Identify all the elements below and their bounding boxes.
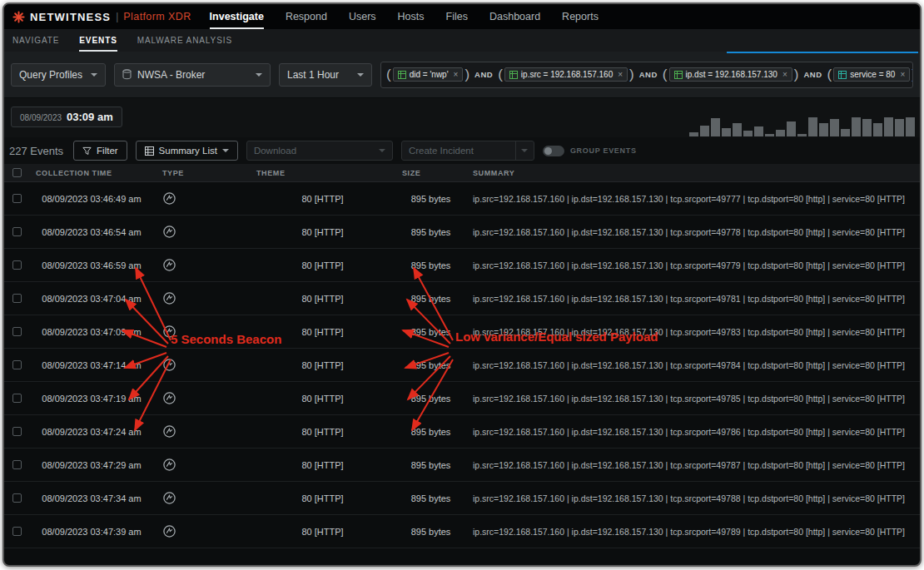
remove-pill-icon[interactable]: × xyxy=(454,70,459,79)
create-incident-chevron[interactable] xyxy=(515,141,534,160)
event-row[interactable]: 08/09/2023 03:47:29 am 80 [HTTP] 895 byt… xyxy=(4,449,920,482)
remove-pill-icon[interactable]: × xyxy=(782,70,787,79)
event-row[interactable]: 08/09/2023 03:47:24 am 80 [HTTP] 895 byt… xyxy=(4,415,920,449)
summary-cell: ip.src=192.168.157.160 | ip.dst=192.168.… xyxy=(466,260,920,270)
row-checkbox[interactable] xyxy=(12,360,22,369)
query-profiles-dropdown[interactable]: Query Profiles xyxy=(11,63,106,87)
collection-time-cell: 08/09/2023 03:47:04 am xyxy=(29,294,154,304)
and-operator: AND xyxy=(474,70,493,79)
nav-dashboard[interactable]: Dashboard xyxy=(489,4,540,29)
subnav-malware-analysis[interactable]: MALWARE ANALYSIS xyxy=(137,29,232,52)
subnav-navigate[interactable]: NAVIGATE xyxy=(12,29,59,52)
histogram-bar[interactable] xyxy=(689,132,698,136)
events-histogram[interactable] xyxy=(689,113,915,136)
query-pill-service[interactable]: service = 80 × xyxy=(833,67,910,82)
row-checkbox[interactable] xyxy=(12,527,22,536)
histogram-bar[interactable] xyxy=(776,130,785,136)
timerange-dropdown[interactable]: Last 1 Hour xyxy=(279,63,372,87)
nav-hosts[interactable]: Hosts xyxy=(398,4,425,29)
theme-cell: 80 [HTTP] xyxy=(250,527,395,537)
theme-cell: 80 [HTTP] xyxy=(250,394,395,404)
row-checkbox[interactable] xyxy=(12,460,22,469)
open-paren: ( xyxy=(663,67,668,83)
histogram-bar[interactable] xyxy=(787,121,796,136)
event-row[interactable]: 08/09/2023 03:47:34 am 80 [HTTP] 895 byt… xyxy=(4,482,920,515)
collection-time-cell: 08/09/2023 03:47:39 am xyxy=(29,527,154,537)
event-row[interactable]: 08/09/2023 03:47:04 am 80 [HTTP] 895 byt… xyxy=(4,282,920,315)
row-checkbox[interactable] xyxy=(12,194,22,203)
row-checkbox[interactable] xyxy=(12,394,22,403)
remove-pill-icon[interactable]: × xyxy=(900,70,905,79)
histogram-bar[interactable] xyxy=(700,126,709,136)
histogram-bar[interactable] xyxy=(862,119,872,136)
col-type[interactable]: TYPE xyxy=(154,169,250,177)
event-row[interactable]: 08/09/2023 03:47:19 am 80 [HTTP] 895 byt… xyxy=(4,382,920,415)
row-checkbox[interactable] xyxy=(12,294,22,303)
histogram-bar[interactable] xyxy=(895,119,904,136)
event-row[interactable]: 08/09/2023 03:47:09 am 80 [HTTP] 895 byt… xyxy=(4,315,920,349)
query-pill-ip-dst[interactable]: ip.dst = 192.168.157.130 × xyxy=(669,67,792,82)
histogram-bar[interactable] xyxy=(797,134,807,136)
events-tbody: 08/09/2023 03:46:49 am 80 [HTTP] 895 byt… xyxy=(4,182,920,548)
query-profiles-label: Query Profiles xyxy=(19,69,85,81)
download-label: Download xyxy=(254,146,379,156)
histogram-bar[interactable] xyxy=(754,126,763,136)
histogram-bar[interactable] xyxy=(722,128,731,136)
col-theme[interactable]: THEME xyxy=(250,169,395,177)
histogram-bar[interactable] xyxy=(733,123,742,136)
network-session-icon xyxy=(154,258,250,272)
toggle-switch[interactable] xyxy=(543,146,564,156)
event-row[interactable]: 08/09/2023 03:47:39 am 80 [HTTP] 895 byt… xyxy=(4,515,920,548)
histogram-bar[interactable] xyxy=(765,134,774,136)
histogram-bar[interactable] xyxy=(711,118,720,136)
row-checkbox[interactable] xyxy=(12,493,22,503)
event-row[interactable]: 08/09/2023 03:46:59 am 80 [HTTP] 895 byt… xyxy=(4,249,920,282)
histogram-bar[interactable] xyxy=(884,117,893,136)
row-checkbox[interactable] xyxy=(12,227,22,236)
download-dropdown[interactable]: Download xyxy=(246,141,393,161)
event-row[interactable]: 08/09/2023 03:46:49 am 80 [HTTP] 895 byt… xyxy=(4,182,920,216)
summary-cell: ip.src=192.168.157.160 | ip.dst=192.168.… xyxy=(466,327,920,337)
size-cell: 895 bytes xyxy=(395,493,466,503)
nav-users[interactable]: Users xyxy=(349,4,376,29)
size-cell: 895 bytes xyxy=(395,360,466,370)
service-dropdown[interactable]: NWSA - Broker xyxy=(114,63,271,87)
histogram-bar[interactable] xyxy=(841,129,850,136)
row-checkbox[interactable] xyxy=(12,327,22,336)
query-pill-ip-src[interactable]: ip.src = 192.168.157.160 × xyxy=(504,67,628,82)
col-collection-time[interactable]: COLLECTION TIME xyxy=(29,169,154,177)
network-session-icon xyxy=(154,524,250,538)
select-all-checkbox[interactable] xyxy=(12,168,22,177)
row-checkbox[interactable] xyxy=(12,260,22,270)
col-size[interactable]: SIZE xyxy=(395,169,466,177)
group-events-toggle[interactable]: GROUP EVENTS xyxy=(543,146,637,156)
histogram-bar[interactable] xyxy=(830,119,839,136)
query-pill-did[interactable]: did = 'nwp' × xyxy=(393,67,464,82)
event-row[interactable]: 08/09/2023 03:46:54 am 80 [HTTP] 895 byt… xyxy=(4,216,920,249)
summary-cell: ip.src=192.168.157.160 | ip.dst=192.168.… xyxy=(466,194,920,204)
nav-files[interactable]: Files xyxy=(446,4,468,29)
filter-button[interactable]: Filter xyxy=(73,141,127,161)
histogram-bar[interactable] xyxy=(743,131,753,136)
create-incident-dropdown[interactable]: Create Incident xyxy=(401,141,534,161)
event-row[interactable]: 08/09/2023 03:47:14 am 80 [HTTP] 895 byt… xyxy=(4,349,920,382)
histogram-bar[interactable] xyxy=(808,117,817,136)
histogram-bar[interactable] xyxy=(852,117,861,136)
nav-reports[interactable]: Reports xyxy=(562,4,599,29)
view-dropdown[interactable]: Summary List xyxy=(136,141,238,161)
col-summary[interactable]: SUMMARY xyxy=(466,169,920,177)
timeline-start-label[interactable]: 08/09/2023 03:09 am xyxy=(11,107,122,127)
subnav-events[interactable]: EVENTS xyxy=(79,29,117,52)
row-checkbox[interactable] xyxy=(12,427,22,436)
investigate-subnav: NAVIGATE EVENTS MALWARE ANALYSIS xyxy=(4,29,920,52)
pill-text: ip.src = 192.168.157.160 xyxy=(521,70,613,79)
histogram-bar[interactable] xyxy=(873,123,882,136)
histogram-bar[interactable] xyxy=(819,123,828,136)
collection-time-cell: 08/09/2023 03:47:09 am xyxy=(29,327,154,337)
remove-pill-icon[interactable]: × xyxy=(618,70,623,79)
histogram-bar[interactable] xyxy=(906,117,915,136)
nav-respond[interactable]: Respond xyxy=(286,4,327,29)
query-builder[interactable]: ( did = 'nwp' × ) AND ( ip.src = 192.168… xyxy=(380,62,913,88)
nav-investigate[interactable]: Investigate xyxy=(210,4,264,29)
top-nav: NETWITNESS | Platform XDR Investigate Re… xyxy=(4,4,920,29)
